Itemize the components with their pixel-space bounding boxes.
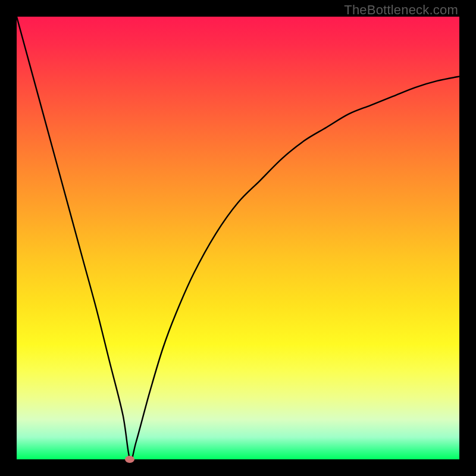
- attribution-text: TheBottleneck.com: [344, 2, 458, 18]
- chart-frame: TheBottleneck.com: [0, 0, 476, 476]
- plot-area: [17, 17, 459, 459]
- bottleneck-curve: [17, 17, 459, 459]
- minimum-marker: [125, 456, 134, 463]
